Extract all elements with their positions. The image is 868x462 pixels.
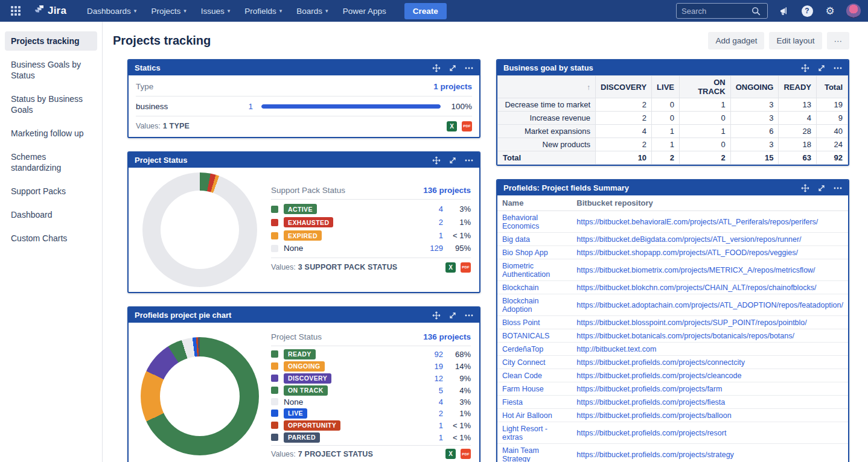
project-name-link[interactable]: Fiesta [502,398,523,407]
user-avatar[interactable] [846,4,861,18]
bitbucket-repo-link[interactable]: http://bitbucket.text.com [576,345,656,353]
search-icon[interactable] [749,4,762,17]
gadget-more-icon[interactable] [833,183,842,192]
announcements-megaphone-icon[interactable] [777,4,791,17]
legend-count-link[interactable]: 2 [425,218,443,227]
settings-gear-icon[interactable]: ⚙ [823,4,837,17]
sidebar-dashboard-item[interactable]: Dashboard [5,205,97,224]
nav-menu-item[interactable]: Projects ▾ [145,3,192,19]
project-name-link[interactable]: Light Resort - extras [502,425,547,441]
bitbucket-repo-link[interactable]: https://bitbucket.botanicals.com/project… [576,332,794,340]
project-name-link[interactable]: BOTANICALS [502,332,549,340]
sidebar-dashboard-item[interactable]: Custom Charts [5,229,97,248]
project-name-link[interactable]: Hot Air Balloon [502,411,552,420]
app-switcher-icon[interactable] [7,2,24,19]
expand-gadget-icon[interactable] [448,156,457,165]
export-excel-icon[interactable]: X [445,449,456,459]
export-excel-icon[interactable]: X [445,262,456,273]
project-name-link[interactable]: Bloss Point [502,318,540,327]
legend-count-link[interactable]: 2 [425,409,443,418]
gadget-more-icon[interactable] [833,63,842,72]
move-gadget-icon[interactable] [800,183,809,192]
bitbucket-repo-link[interactable]: https://bitbucket.profields.com/projects… [576,372,741,380]
export-pdf-icon[interactable]: PDF [462,121,472,131]
legend-count-link[interactable]: 129 [425,244,443,253]
search-input[interactable] [681,7,749,16]
bitbucket-repo-link[interactable]: https://bitbucket.profields.com/projects… [576,411,731,420]
bitbucket-repo-link[interactable]: https://bitbucket.deBigdata.com/projects… [576,235,801,244]
nav-menu-item[interactable]: Dashboards ▾ [81,3,142,19]
legend-count-link[interactable]: 92 [425,350,443,359]
project-name-link[interactable]: Clean Code [502,372,542,380]
expand-gadget-icon[interactable] [817,63,826,72]
gadget-project-status-header: Project Status [129,153,479,168]
help-icon[interactable]: ? [800,4,814,17]
legend-count-link[interactable]: 12 [425,374,443,383]
create-button[interactable]: Create [404,3,447,19]
export-pdf-icon[interactable]: PDF [461,449,471,459]
legend-count-link[interactable]: 4 [425,204,443,214]
export-pdf-icon[interactable]: PDF [461,262,471,273]
bitbucket-repo-link[interactable]: https://bitbucket.adoptachain.com/projec… [576,301,843,309]
legend-row: EXHAUSTED 2 1% [271,216,471,229]
legend-count-link[interactable]: 5 [425,386,443,395]
project-name-link[interactable]: Biometric Authentication [502,262,550,279]
search-box[interactable] [676,3,768,19]
project-name-link[interactable]: Blockchain [502,283,538,292]
project-name-link[interactable]: Behavioral Economics [502,214,539,230]
projects-count-link[interactable]: 136 projects [423,332,471,341]
sort-ascending-icon[interactable]: ↑ [587,83,590,92]
gadget-more-icon[interactable] [464,63,473,72]
project-name-link[interactable]: Farm House [502,385,544,393]
projects-count-link[interactable]: 136 projects [423,186,471,195]
move-gadget-icon[interactable] [432,63,441,72]
legend-count-link[interactable]: 1 [425,433,443,442]
legend-swatch [271,387,278,394]
nav-menu-item[interactable]: Boards ▾ [290,3,334,19]
move-gadget-icon[interactable] [800,63,809,72]
jira-logo[interactable]: Jira [30,4,70,17]
expand-gadget-icon[interactable] [448,63,457,72]
page-action-button[interactable]: ··· [827,32,850,49]
gadget-more-icon[interactable] [464,156,473,165]
legend-count-link[interactable]: 4 [425,397,443,407]
project-name-link[interactable]: Main Team Strategy [502,446,539,462]
bitbucket-repo-link[interactable]: https://bitbucket.profields.com/projects… [576,358,745,367]
sidebar-dashboard-item[interactable]: Marketing follow up [5,124,97,143]
legend-count-link[interactable]: 1 [425,421,443,430]
project-name-link[interactable]: Bio Shop App [502,248,548,257]
project-name-link[interactable]: Blockchain Adoption [502,297,538,314]
move-gadget-icon[interactable] [432,311,441,320]
bitbucket-repo-link[interactable]: https://bitbucket.profields.com/projects… [576,451,734,459]
statics-row-count[interactable]: 1 [238,102,253,111]
bitbucket-repo-link[interactable]: https://bitbucket.profields.com/projects… [576,385,722,393]
bitbucket-repo-link[interactable]: https://bitbucket.profields.com/projects… [576,429,726,437]
move-gadget-icon[interactable] [432,156,441,165]
bitbucket-repo-link[interactable]: https://bitbucket.biometrix.com/projects… [576,266,815,274]
bitbucket-repo-link[interactable]: https://bitbucket.blosspoint.com/project… [576,318,806,327]
sidebar-dashboard-item[interactable]: Business Goals by Status [5,55,97,85]
page-action-button[interactable]: Add gadget [708,32,764,49]
project-name-link[interactable]: City Connect [502,358,546,367]
sidebar-dashboard-item[interactable]: Schemes standardizing [5,147,97,177]
bitbucket-repo-link[interactable]: https://bitbucket.profields.com/projects… [576,398,725,407]
bitbucket-repo-link[interactable]: https://bitbucket.behavioralE.com/projec… [576,218,818,226]
page-action-button[interactable]: Edit layout [769,32,822,49]
sidebar-dashboard-item[interactable]: Status by Business Goals [5,89,97,119]
export-excel-icon[interactable]: X [447,121,457,131]
expand-gadget-icon[interactable] [448,311,457,320]
nav-menu-item[interactable]: Power Apps [337,3,392,19]
legend-count-link[interactable]: 19 [425,362,443,371]
sidebar-dashboard-item[interactable]: Projects tracking [5,31,97,51]
project-name-link[interactable]: Big data [502,235,530,244]
expand-gadget-icon[interactable] [817,183,826,192]
bitbucket-repo-link[interactable]: https://bitbucket.blokchn.com/projects/C… [576,283,816,292]
sidebar-dashboard-item[interactable]: Support Packs [5,182,97,201]
legend-count-link[interactable]: 1 [425,231,443,240]
statics-projects-link[interactable]: 1 projects [433,82,472,91]
nav-menu-item[interactable]: Issues ▾ [195,3,237,19]
gadget-more-icon[interactable] [464,311,473,320]
bitbucket-repo-link[interactable]: https://bitbucket.shopapp.com/projects/A… [576,248,798,257]
project-name-link[interactable]: CerdeñaTop [502,345,543,353]
nav-menu-item[interactable]: Profields ▾ [238,3,288,19]
